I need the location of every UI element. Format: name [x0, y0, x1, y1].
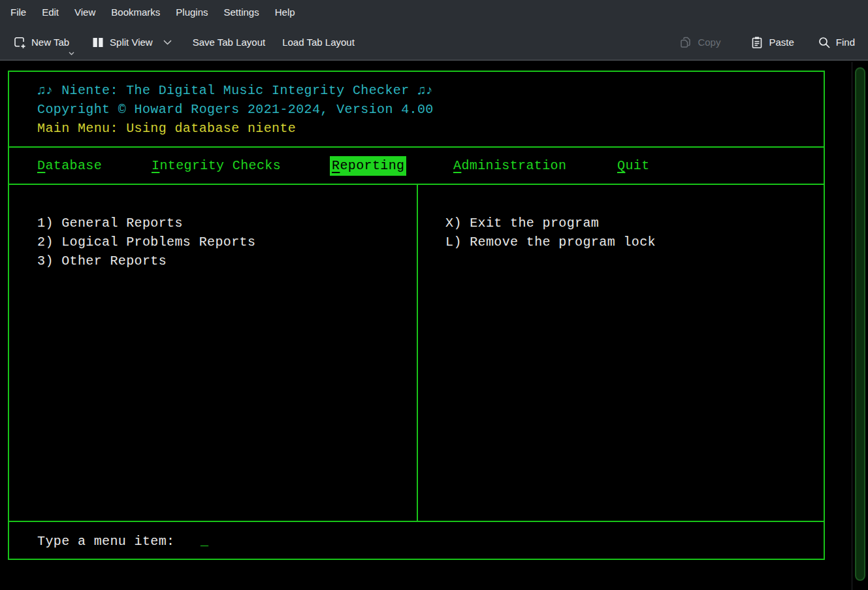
- option-general-reports[interactable]: 1) General Reports: [37, 215, 183, 232]
- menu-bookmarks[interactable]: Bookmarks: [103, 0, 168, 25]
- window-menubar: File Edit View Bookmarks Plugins Setting…: [0, 0, 868, 25]
- new-tab-dropdown-caret-icon[interactable]: [69, 52, 74, 56]
- option-remove-program-lock[interactable]: L) Remove the program lock: [445, 234, 656, 251]
- load-tab-layout-label: Load Tab Layout: [282, 37, 355, 48]
- split-view-button[interactable]: Split View: [85, 31, 178, 54]
- tui-separator-below-title: [8, 146, 825, 148]
- menu-prompt-label: Type a menu item:: [37, 533, 175, 550]
- split-view-label: Split View: [110, 37, 153, 48]
- tui-menu-reporting[interactable]: Reporting: [330, 156, 406, 176]
- find-label: Find: [836, 37, 855, 48]
- copyright-line: Copyright © Howard Rogers 2021-2024, Ver…: [37, 101, 434, 118]
- paste-icon: [750, 36, 764, 49]
- menu-settings[interactable]: Settings: [216, 0, 267, 25]
- split-view-icon: [91, 36, 104, 49]
- copy-icon: [679, 36, 692, 49]
- paste-label: Paste: [769, 37, 794, 48]
- menu-file[interactable]: File: [3, 0, 34, 25]
- tui-separator-above-prompt: [8, 521, 825, 522]
- new-tab-button[interactable]: New Tab: [7, 31, 76, 54]
- save-tab-layout-label: Save Tab Layout: [193, 37, 265, 48]
- tui-menu-administration[interactable]: Administration: [453, 157, 566, 174]
- find-button[interactable]: Find: [811, 31, 861, 54]
- option-other-reports[interactable]: 3) Other Reports: [37, 253, 167, 270]
- menu-edit[interactable]: Edit: [34, 0, 67, 25]
- paste-button[interactable]: Paste: [744, 31, 800, 54]
- search-icon: [818, 36, 831, 49]
- scrollbar-track[interactable]: [852, 62, 868, 590]
- save-tab-layout-button[interactable]: Save Tab Layout: [186, 31, 272, 53]
- load-tab-layout-button[interactable]: Load Tab Layout: [276, 31, 361, 53]
- split-view-chevron-icon[interactable]: [163, 40, 172, 45]
- new-tab-label: New Tab: [31, 37, 69, 48]
- tui-menu-integrity-checks[interactable]: Integrity Checks: [152, 157, 281, 174]
- toolbar: New Tab Split View Save Tab Layout Load …: [0, 25, 868, 61]
- terminal-cursor[interactable]: _: [201, 533, 208, 550]
- scrollbar-thumb[interactable]: [855, 67, 865, 581]
- menu-view[interactable]: View: [67, 0, 103, 25]
- tui-menu-quit[interactable]: Quit: [617, 157, 650, 174]
- terminal-screen[interactable]: ♫♪ Niente: The Digital Music Integrity C…: [0, 62, 852, 590]
- option-logical-problems-reports[interactable]: 2) Logical Problems Reports: [37, 234, 255, 251]
- tui-panel-divider: [417, 184, 418, 521]
- tui-menu-database[interactable]: Database: [37, 157, 102, 174]
- app-title: ♫♪ Niente: The Digital Music Integrity C…: [37, 82, 434, 99]
- new-tab-icon: [13, 36, 26, 49]
- status-line: Main Menu: Using database niente: [37, 120, 296, 137]
- copy-button[interactable]: Copy: [673, 31, 727, 54]
- copy-label: Copy: [698, 37, 720, 48]
- menu-plugins[interactable]: Plugins: [168, 0, 216, 25]
- menu-help[interactable]: Help: [267, 0, 303, 25]
- option-exit-program[interactable]: X) Exit the program: [445, 215, 599, 232]
